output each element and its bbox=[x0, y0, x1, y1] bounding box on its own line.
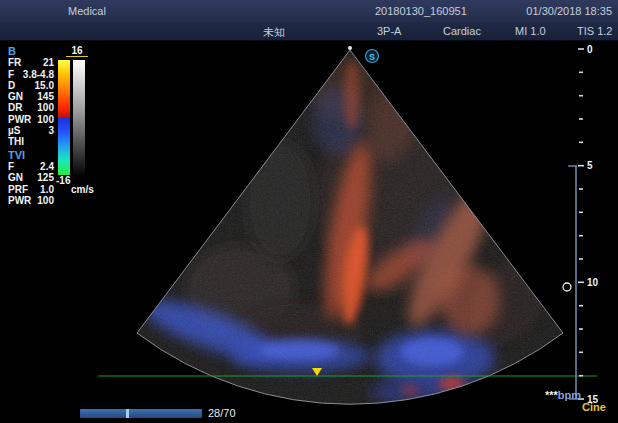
depth-ruler-labels: 0 5 10 15 bbox=[587, 44, 599, 405]
param-row: FR 21 bbox=[8, 57, 54, 68]
b-mode-title: B bbox=[8, 46, 54, 57]
tvi-mode-title: TVI bbox=[8, 150, 54, 161]
cine-mode-label: Cine bbox=[582, 401, 606, 413]
param-row: D 15.0 bbox=[8, 80, 54, 91]
cine-progress-bar[interactable] bbox=[80, 409, 202, 418]
sector-image bbox=[90, 40, 610, 423]
ultrasound-image-area: S 0 5 10 15 bbox=[0, 0, 618, 423]
param-row: GN 125 bbox=[8, 172, 54, 183]
depth-ruler bbox=[578, 49, 584, 399]
doppler-color-bar bbox=[58, 60, 70, 175]
param-row: THI bbox=[8, 136, 54, 147]
orientation-s-icon: S bbox=[366, 50, 379, 63]
param-row: µS 3 bbox=[8, 125, 54, 136]
depth-label-10: 10 bbox=[587, 277, 599, 288]
heart-rate-readout: ***bpm bbox=[545, 389, 581, 401]
cine-position-marker[interactable] bbox=[126, 409, 129, 418]
heart-rate-unit: bpm bbox=[558, 389, 581, 401]
velocity-scale-max: 16 bbox=[66, 45, 88, 57]
param-row: DR 100 bbox=[8, 102, 54, 113]
parameter-panel: B FR 21 F 3.8-4.8 D 15.0 GN 145 DR 100 P… bbox=[8, 46, 54, 206]
param-row: PWR 100 bbox=[8, 114, 54, 125]
focus-marker-icon[interactable] bbox=[563, 283, 571, 291]
param-row: F 2.4 bbox=[8, 161, 54, 172]
param-row: GN 145 bbox=[8, 91, 54, 102]
grayscale-bar bbox=[73, 60, 85, 175]
param-row: PWR 100 bbox=[8, 195, 54, 206]
param-row: PRF 1.0 bbox=[8, 184, 54, 195]
roi-depth-indicator[interactable] bbox=[563, 166, 579, 399]
param-row: F 3.8-4.8 bbox=[8, 69, 54, 80]
depth-label-0: 0 bbox=[587, 44, 593, 55]
ultrasound-screen: Medical 20180130_160951 01/30/2018 18:35… bbox=[0, 0, 618, 423]
depth-label-5: 5 bbox=[587, 160, 593, 171]
heart-rate-value: *** bbox=[545, 389, 558, 401]
probe-apex-dot bbox=[348, 46, 352, 50]
frame-counter: 28/70 bbox=[208, 407, 236, 419]
velocity-scale-unit: cm/s bbox=[71, 184, 94, 195]
svg-text:S: S bbox=[369, 52, 375, 62]
velocity-scale-min: -16 bbox=[56, 175, 70, 186]
